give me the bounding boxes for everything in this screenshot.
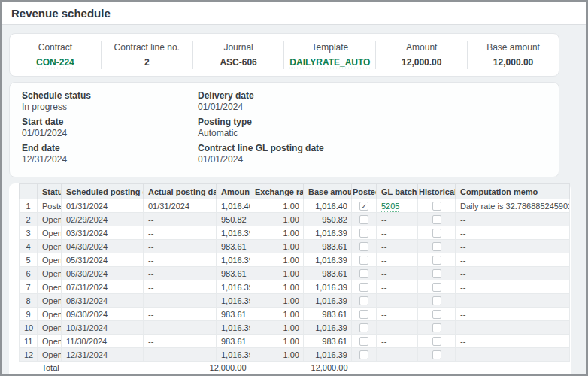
- historical-checkbox[interactable]: [432, 296, 441, 305]
- row-number: 4: [20, 240, 38, 253]
- start-date-value: 01/01/2024: [22, 128, 198, 139]
- table-row: 10Open10/31/2024--1,016.391.001,016.39--…: [20, 321, 570, 335]
- base-amount-cell: 1,016.39: [304, 226, 352, 240]
- posted-checkbox[interactable]: [359, 310, 368, 319]
- gl-batch-cell: --: [377, 267, 418, 280]
- amount-cell: 983.61: [217, 335, 250, 348]
- template-link[interactable]: DAILYRATE_AUTO: [287, 57, 372, 68]
- row-number: 10: [20, 321, 38, 335]
- schedule-details-card: Schedule status In progress Start date 0…: [9, 82, 559, 177]
- posted-checkbox[interactable]: [359, 283, 368, 292]
- historical-checkbox[interactable]: [432, 350, 441, 359]
- posted-checkbox[interactable]: [359, 337, 368, 346]
- scheduled-posting-date-cell: 07/31/2024: [62, 280, 144, 294]
- gl-batch-cell: --: [377, 335, 418, 348]
- exchange-rate-cell: 1.00: [250, 213, 304, 226]
- computation-memo-cell: --: [456, 294, 570, 308]
- base-amount-cell: 983.61: [304, 267, 352, 280]
- posted-cell: [352, 267, 377, 280]
- historical-checkbox[interactable]: [432, 202, 441, 211]
- computation-memo-cell: --: [456, 213, 570, 226]
- posted-cell: [352, 213, 377, 226]
- actual-posting-date-cell: --: [144, 308, 217, 321]
- historical-cell: [418, 294, 456, 308]
- posted-checkbox[interactable]: [359, 242, 368, 251]
- amount-cell: 1,016.39: [217, 294, 250, 308]
- contract-line-no-label: Contract line no.: [105, 42, 189, 53]
- amount-cell: 1,016.40: [217, 199, 250, 213]
- scheduled-posting-date-cell: 06/30/2024: [62, 267, 144, 280]
- computation-memo-cell: --: [456, 253, 570, 267]
- historical-checkbox[interactable]: [432, 256, 441, 265]
- base-amount-cell: 950.82: [304, 213, 352, 226]
- summary-field-base-amount: Base amount 12,000.00: [467, 41, 559, 69]
- base-amount-cell: 1,016.39: [304, 348, 352, 362]
- historical-checkbox[interactable]: [432, 229, 441, 238]
- computation-memo-cell: --: [456, 348, 570, 362]
- actual-posting-date-cell: 01/31/2024: [144, 199, 217, 213]
- historical-cell: [418, 267, 456, 280]
- column-header: Amount: [217, 184, 250, 199]
- status-cell: Open: [38, 240, 62, 253]
- historical-checkbox[interactable]: [432, 269, 441, 278]
- status-cell: Open: [38, 335, 62, 348]
- column-header: Exchange rate: [250, 184, 304, 199]
- posted-cell: [352, 226, 377, 240]
- gl-batch-cell: --: [377, 226, 418, 240]
- posted-checkbox[interactable]: [359, 256, 368, 265]
- historical-checkbox[interactable]: [432, 323, 441, 332]
- schedule-status-value: In progress: [22, 102, 198, 113]
- posted-checkbox[interactable]: [359, 269, 368, 278]
- actual-posting-date-cell: --: [144, 280, 217, 294]
- posted-checkbox[interactable]: [359, 215, 368, 224]
- contract-link[interactable]: CON-224: [13, 57, 98, 68]
- table-header-row: StatusScheduled posting dateActual posti…: [20, 184, 570, 199]
- status-cell: Open: [38, 267, 62, 280]
- journal-value: ASC-606: [196, 57, 281, 68]
- historical-checkbox[interactable]: [432, 337, 441, 346]
- historical-checkbox[interactable]: [432, 215, 441, 224]
- table-row: 2Open02/29/2024--950.821.00950.82----: [20, 213, 570, 226]
- base-amount-cell: 1,016.39: [304, 253, 352, 267]
- posted-cell: ✓: [352, 199, 377, 213]
- historical-checkbox[interactable]: [432, 242, 441, 251]
- gl-batch-link[interactable]: 5205: [381, 202, 399, 211]
- column-header: Computation memo: [456, 184, 570, 199]
- computation-memo-cell: --: [456, 321, 570, 335]
- historical-checkbox[interactable]: [432, 310, 441, 319]
- historical-cell: [418, 199, 456, 213]
- template-label: Template: [287, 42, 372, 53]
- posted-checkbox[interactable]: [359, 296, 368, 305]
- posted-cell: [352, 294, 377, 308]
- posted-checkbox[interactable]: ✓: [359, 202, 368, 211]
- actual-posting-date-cell: --: [144, 335, 217, 348]
- delivery-date-value: 01/01/2024: [198, 102, 324, 113]
- posted-checkbox[interactable]: [359, 323, 368, 332]
- amount-cell: 1,016.39: [217, 253, 250, 267]
- posted-cell: [352, 280, 377, 294]
- status-cell: Open: [38, 348, 62, 362]
- historical-cell: [418, 213, 456, 226]
- posted-checkbox[interactable]: [359, 229, 368, 238]
- table-total-row: Total 12,000.00 12,000.00: [20, 362, 570, 374]
- contract-line-no-value: 2: [105, 57, 189, 68]
- historical-checkbox[interactable]: [432, 283, 441, 292]
- revenue-schedule-table-card: StatusScheduled posting dateActual posti…: [9, 183, 571, 376]
- actual-posting-date-cell: --: [144, 253, 217, 267]
- posted-checkbox[interactable]: [359, 350, 368, 359]
- posted-cell: [352, 321, 377, 335]
- exchange-rate-cell: 1.00: [250, 253, 304, 267]
- historical-cell: [418, 348, 456, 362]
- delivery-date-field: Delivery date 01/01/2024: [198, 90, 324, 113]
- gl-batch-cell: --: [377, 253, 418, 267]
- table-row: 11Open11/30/2024--983.611.00983.61----: [20, 335, 570, 348]
- computation-memo-cell: --: [456, 335, 570, 348]
- column-header: Posted: [352, 184, 377, 199]
- gl-batch-cell: --: [377, 308, 418, 321]
- scheduled-posting-date-cell: 04/30/2024: [62, 240, 144, 253]
- row-number: 3: [20, 226, 38, 240]
- column-header: Scheduled posting date: [62, 184, 144, 199]
- amount-cell: 983.61: [217, 240, 250, 253]
- amount-cell: 1,016.39: [217, 280, 250, 294]
- amount-cell: 983.61: [217, 308, 250, 321]
